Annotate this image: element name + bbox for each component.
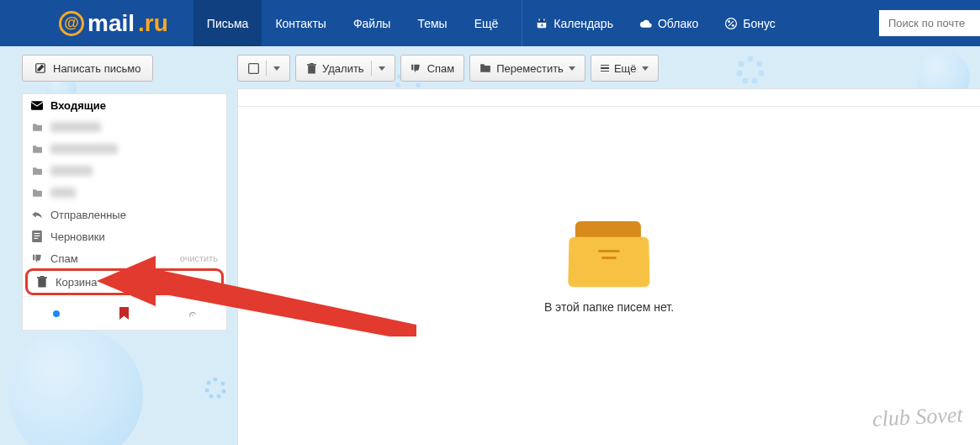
folder-spam-label: Спам [50,252,78,265]
percent-icon [725,18,737,29]
thumbdown-icon [411,62,422,74]
folder-trash-label: Корзина [56,276,98,289]
delete-button[interactable]: Удалить [295,55,395,82]
folder-inbox-label: Входящие [50,99,106,112]
svg-rect-13 [34,236,40,236]
tab-more[interactable]: Ещё [461,0,512,46]
empty-text: В этой папке писем нет. [544,300,674,314]
reply-icon [31,209,43,220]
attachment-icon[interactable]: 𝄐 [185,305,199,321]
chevron-down-icon [642,66,649,71]
svg-rect-19 [308,65,315,73]
folder-drafts[interactable]: Черновики [23,225,226,247]
spam-label: Спам [427,62,455,75]
mail-content-pane: В этой папке писем нет. [237,88,980,445]
folder-icon [31,143,43,155]
folder-trash[interactable]: Корзина [28,271,221,293]
select-all-button[interactable] [237,55,290,82]
logo-at-icon: @ [59,11,84,36]
compose-button[interactable]: Написать письмо [22,55,153,82]
more-button[interactable]: Ещё [591,55,659,82]
trash-icon [305,62,317,74]
folder-sent-label: Отправленные [50,209,126,221]
svg-rect-18 [248,63,258,73]
folder-custom-2[interactable] [23,138,226,160]
compose-icon [34,62,46,74]
tab-mail[interactable]: Письма [193,0,262,46]
nav-tabs: Письма Контакты Файлы Темы Ещё [193,0,511,46]
folder-custom-3[interactable] [23,160,226,182]
move-label: Переместить [496,62,564,75]
folder-spam[interactable]: Спам очистить [23,247,226,269]
folder-icon [479,62,491,74]
service-cloud-label: Облако [658,17,698,30]
svg-rect-12 [34,233,40,234]
chevron-down-icon [273,66,280,71]
folder-icon [31,187,43,199]
svg-rect-15 [38,278,45,288]
service-calendar-label: Календарь [554,17,613,30]
compose-label: Написать письмо [53,62,140,75]
folder-drafts-label: Черновики [50,230,105,243]
service-bonus-label: Бонус [743,17,776,30]
logo[interactable]: @ mail .ru [0,10,193,37]
empty-state: В этой папке писем нет. [544,221,674,314]
cloud-icon [640,18,652,29]
more-label: Ещё [614,62,637,75]
folder-inbox[interactable]: Входящие [23,94,226,116]
checkbox-icon [247,62,259,74]
service-bonus[interactable]: Бонус [712,0,789,46]
mail-toolbar: Удалить Спам Переместить Ещё [227,46,980,82]
search-input[interactable] [879,10,980,36]
folder-icon [31,121,43,133]
service-cloud[interactable]: Облако [627,0,712,46]
svg-point-6 [728,20,730,23]
folder-filter-row: 𝄐 [23,296,226,330]
unread-dot-icon[interactable] [53,310,60,317]
service-calendar[interactable]: 4 Календарь [522,0,627,46]
svg-point-7 [732,24,734,26]
chevron-down-icon [379,66,385,71]
delete-label: Удалить [322,62,364,75]
folder-list: Входящие Отправленные Черновики Спам очи… [22,93,227,331]
trash-icon [36,276,48,288]
logo-text-ru: .ru [138,10,168,37]
logo-text-mail: mail [87,10,135,37]
drafts-icon [31,230,43,242]
tab-files[interactable]: Файлы [340,0,404,46]
folder-icon [31,165,43,177]
menu-icon [601,65,609,72]
svg-rect-2 [539,19,540,21]
spam-button[interactable]: Спам [400,55,465,82]
spam-clear-link[interactable]: очистить [180,253,218,263]
empty-folder-icon [569,221,649,287]
tab-themes[interactable]: Темы [404,0,460,46]
folder-custom-1[interactable] [23,116,226,138]
svg-rect-3 [544,19,545,21]
folder-custom-4[interactable] [23,182,226,204]
svg-rect-14 [34,238,39,239]
folder-sent[interactable]: Отправленные [23,204,226,225]
flag-icon[interactable] [119,307,129,320]
chevron-down-icon [569,66,575,71]
svg-rect-21 [310,63,313,65]
svg-rect-17 [40,276,45,278]
top-header: @ mail .ru Письма Контакты Файлы Темы Ещ… [0,0,980,46]
inbox-icon [31,99,43,111]
tab-contacts[interactable]: Контакты [262,0,339,46]
calendar-icon: 4 [536,18,548,29]
thumbdown-icon [31,252,43,264]
nav-services: 4 Календарь Облако Бонус [522,0,789,46]
move-button[interactable]: Переместить [469,55,585,82]
